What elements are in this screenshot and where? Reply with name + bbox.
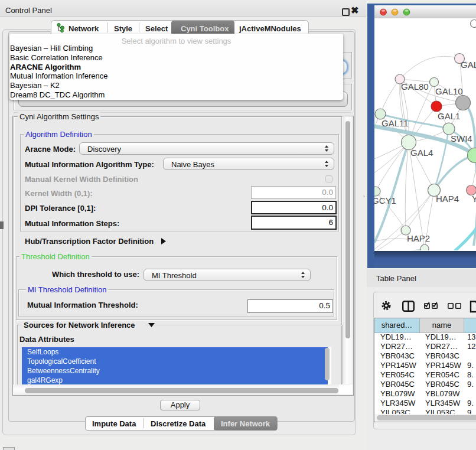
svg-text:GAL10: GAL10: [435, 86, 463, 96]
svg-text:GAL80: GAL80: [401, 81, 429, 92]
svg-text:GCY1: GCY1: [374, 195, 396, 206]
svg-text:SWI4: SWI4: [451, 133, 472, 144]
svg-text:HAP2: HAP2: [407, 233, 430, 243]
svg-text:HAP4: HAP4: [436, 194, 459, 204]
svg-text:GAL11: GAL11: [382, 118, 409, 128]
svg-text:GAL4: GAL4: [410, 148, 433, 158]
svg-text:GAL1: GAL1: [438, 111, 460, 121]
svg-text:GAL2: GAL2: [461, 60, 476, 70]
svg-text:YKL109W: YKL109W: [472, 194, 476, 204]
